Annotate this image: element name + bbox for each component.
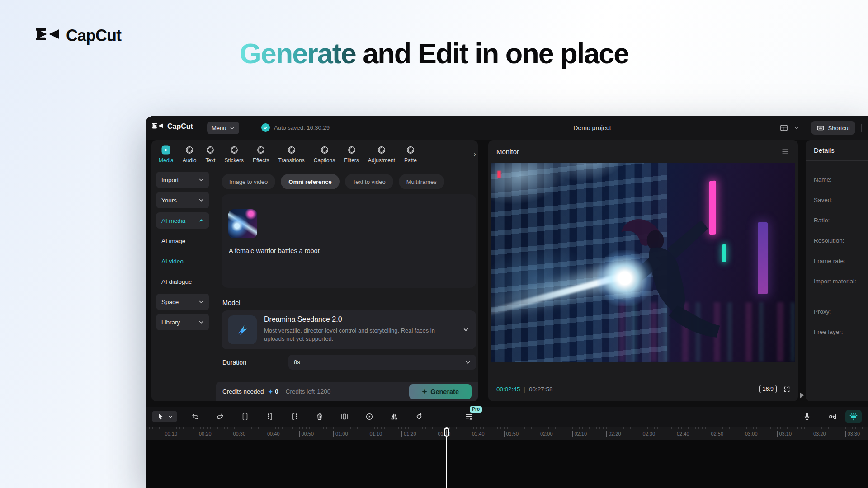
details-panel: Details Name:Saved:Ratio:Resolution:Fram… — [806, 140, 868, 401]
auto-link-button[interactable] — [827, 411, 839, 422]
prompt-caption: A female warrior battles a robot — [229, 247, 320, 254]
sidebar-item-ai-media[interactable]: AI media — [156, 212, 209, 229]
scene-warrior-figure — [582, 188, 752, 356]
scene-vertical-sign — [491, 163, 501, 256]
timeline-tick-03-00: 03:00 — [743, 431, 758, 437]
titlebar: CapCut Menu Auto saved: 16:30:29 Demo pr… — [146, 116, 868, 140]
timeline-toolbar: Pro — [146, 407, 868, 427]
detail-label-saved-: Saved: — [814, 197, 868, 217]
chevron-down-icon — [198, 319, 204, 325]
timeline-tick-03-20: 03:20 — [811, 431, 826, 437]
pro-badge: Pro — [470, 406, 482, 413]
titlebar-actions: Shortcut — [779, 116, 862, 140]
timeline-tick-02-50: 02:50 — [709, 431, 724, 437]
page: CapCut Generate and Edit in one place Ca… — [0, 0, 868, 488]
chevron-down-icon — [465, 360, 471, 365]
timeline-tick-00-10: 00:10 — [163, 431, 178, 437]
menu-button[interactable]: Menu — [207, 122, 239, 134]
timeline-tick-01-40: 01:40 — [470, 431, 485, 437]
sidebar-item-space[interactable]: Space — [156, 294, 209, 310]
project-title: Demo project — [573, 124, 611, 131]
divider — [814, 297, 868, 297]
freeze-frame-button[interactable] — [339, 411, 350, 422]
split-right-button[interactable] — [289, 411, 301, 422]
sidebar-item-yours[interactable]: Yours — [156, 192, 209, 208]
duration-select[interactable]: 8s — [288, 355, 476, 370]
details-fields-secondary: Proxy:Free layer: — [814, 308, 868, 349]
detail-label-ratio-: Ratio: — [814, 217, 868, 237]
audio-icon — [184, 145, 194, 155]
timeline-magnet-button[interactable] — [845, 410, 862, 423]
scene-street-lights — [619, 302, 795, 362]
fullscreen-icon[interactable] — [783, 385, 791, 393]
cursor-icon — [156, 412, 165, 421]
sidebar-item-ai-video[interactable]: AI video — [156, 253, 209, 269]
mode-tab-multiframes[interactable]: Multiframes — [399, 174, 444, 189]
timeline-tick-01-10: 01:10 — [368, 431, 382, 437]
timeline-tick-02-20: 02:20 — [606, 431, 621, 437]
detail-label-resolution-: Resolution: — [814, 237, 868, 258]
keyboard-icon — [816, 124, 825, 132]
generator-mode-tabs: Image to videoOmni referenceText to vide… — [222, 174, 444, 189]
tab-media[interactable]: Media — [154, 144, 178, 166]
tab-audio[interactable]: Audio — [178, 144, 201, 166]
energy-glow-orb — [597, 250, 653, 306]
chevron-down-icon[interactable] — [794, 126, 799, 130]
mirror-flip-button[interactable] — [388, 411, 400, 422]
generate-button[interactable]: ✦ Generate — [409, 384, 472, 399]
mode-tab-omni-reference[interactable]: Omni reference — [281, 174, 339, 189]
monitor-video-preview — [491, 163, 795, 362]
scene-red-light — [497, 171, 501, 178]
headline-highlight: Generate — [240, 38, 356, 69]
monitor-header: Monitor — [488, 140, 798, 163]
timeline-tick-00-40: 00:40 — [265, 431, 280, 437]
sidebar-item-ai-image[interactable]: AI image — [156, 233, 209, 249]
undo-button[interactable] — [189, 411, 201, 422]
detail-label-import-material-: Import material: — [814, 278, 868, 298]
menu-hamburger-icon[interactable] — [781, 147, 790, 156]
detail-label-frame-rate-: Frame rate: — [814, 258, 868, 278]
crop-button[interactable] — [438, 411, 450, 422]
speed-button[interactable] — [363, 411, 375, 422]
chevron-down-icon — [198, 299, 204, 305]
sidebar-item-import[interactable]: Import — [156, 172, 209, 188]
shortcut-button[interactable]: Shortcut — [811, 121, 855, 135]
model-selector[interactable]: Dreamina Seedance 2.0 Most versatile, di… — [222, 310, 476, 349]
prompt-reference-thumbnail[interactable] — [228, 209, 257, 238]
detail-label-free-layer-: Free layer: — [814, 328, 868, 349]
total-time: 00:27:58 — [529, 386, 553, 393]
timeline-tick-02-00: 02:00 — [538, 431, 553, 437]
split-button[interactable] — [239, 411, 251, 422]
chevron-down-icon — [463, 327, 469, 333]
redo-button[interactable] — [214, 411, 226, 422]
timeline-tick-03-10: 03:10 — [777, 431, 792, 437]
mode-tab-text-to-video[interactable]: Text to video — [345, 174, 393, 189]
sidebar-item-ai-dialogue[interactable]: AI dialogue — [156, 273, 209, 290]
mode-tab-image-to-video[interactable]: Image to video — [222, 174, 275, 189]
panel-expand-arrow-icon[interactable] — [800, 392, 804, 399]
timeline-body[interactable] — [146, 440, 868, 488]
timeline-ruler[interactable]: 00:0000:1000:2000:3000:4000:5001:0001:10… — [146, 427, 868, 440]
prompt-card[interactable]: A female warrior battles a robot — [222, 194, 476, 288]
select-tool-button[interactable] — [152, 411, 177, 422]
rotate-button[interactable] — [413, 411, 425, 422]
dreamina-model-icon — [228, 315, 257, 344]
chevron-down-icon — [198, 197, 204, 203]
aspect-ratio-badge[interactable]: 16:9 — [760, 385, 777, 393]
playhead[interactable] — [444, 427, 449, 488]
scene-neon-sign — [722, 244, 726, 263]
page-title: Generate and Edit in one place — [0, 37, 868, 70]
microphone-button[interactable] — [801, 411, 813, 422]
delete-button[interactable] — [314, 411, 326, 422]
playhead-handle[interactable] — [444, 427, 449, 437]
playhead-line — [446, 430, 447, 488]
sidebar-item-library[interactable]: Library — [156, 314, 209, 330]
layout-icon[interactable] — [779, 123, 788, 132]
chevron-up-icon — [198, 218, 204, 223]
smart-edit-pro-button[interactable]: Pro — [463, 411, 475, 422]
split-left-button[interactable] — [264, 411, 276, 422]
sidebar: ImportYoursAI mediaAI imageAI videoAI di… — [156, 172, 209, 334]
timeline-tick-02-30: 02:30 — [641, 431, 656, 437]
timeline-tick-00-50: 00:50 — [299, 431, 314, 437]
timeline-tick-01-00: 01:00 — [333, 431, 348, 437]
